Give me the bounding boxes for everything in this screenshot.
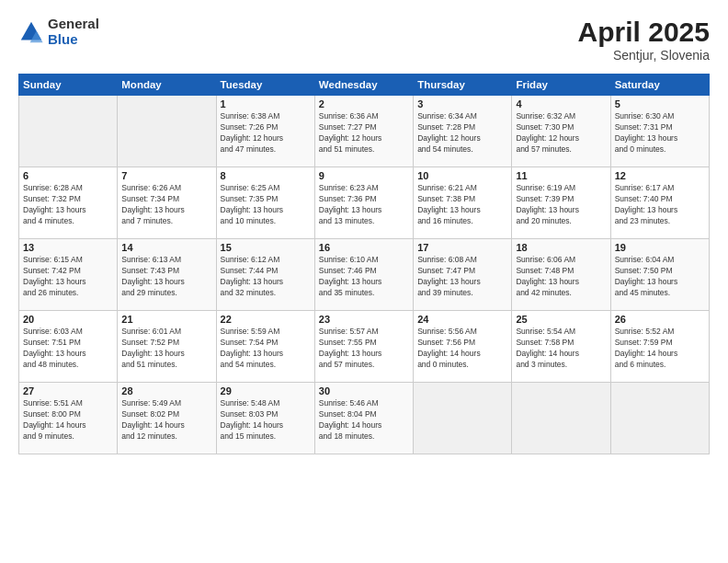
table-row xyxy=(19,96,118,167)
day-info: Sunrise: 5:49 AM Sunset: 8:02 PM Dayligh… xyxy=(121,398,211,442)
table-row xyxy=(414,383,512,454)
table-row: 5Sunrise: 6:30 AM Sunset: 7:31 PM Daylig… xyxy=(610,96,709,167)
table-row: 21Sunrise: 6:01 AM Sunset: 7:52 PM Dayli… xyxy=(118,311,216,383)
table-row: 25Sunrise: 5:54 AM Sunset: 7:58 PM Dayli… xyxy=(512,311,610,383)
day-number: 1 xyxy=(221,98,311,109)
calendar-week-row: 27Sunrise: 5:51 AM Sunset: 8:00 PM Dayli… xyxy=(19,383,710,454)
logo-text: General Blue xyxy=(48,17,99,47)
table-row: 17Sunrise: 6:08 AM Sunset: 7:47 PM Dayli… xyxy=(414,239,512,311)
table-row: 29Sunrise: 5:48 AM Sunset: 8:03 PM Dayli… xyxy=(216,383,314,454)
table-row: 16Sunrise: 6:10 AM Sunset: 7:46 PM Dayli… xyxy=(314,239,413,311)
day-info: Sunrise: 6:21 AM Sunset: 7:38 PM Dayligh… xyxy=(417,183,507,227)
table-row: 11Sunrise: 6:19 AM Sunset: 7:39 PM Dayli… xyxy=(512,167,610,239)
calendar-week-row: 1Sunrise: 6:38 AM Sunset: 7:26 PM Daylig… xyxy=(19,96,710,167)
table-row: 7Sunrise: 6:26 AM Sunset: 7:34 PM Daylig… xyxy=(118,167,216,239)
day-info: Sunrise: 6:10 AM Sunset: 7:46 PM Dayligh… xyxy=(319,255,409,299)
title-block: April 2025 Sentjur, Slovenia xyxy=(578,17,710,63)
day-number: 20 xyxy=(23,314,113,325)
day-number: 13 xyxy=(23,242,113,253)
day-info: Sunrise: 6:17 AM Sunset: 7:40 PM Dayligh… xyxy=(615,183,705,227)
day-info: Sunrise: 6:23 AM Sunset: 7:36 PM Dayligh… xyxy=(319,183,409,227)
table-row: 24Sunrise: 5:56 AM Sunset: 7:56 PM Dayli… xyxy=(414,311,512,383)
logo: General Blue xyxy=(18,17,99,47)
table-row: 1Sunrise: 6:38 AM Sunset: 7:26 PM Daylig… xyxy=(216,96,314,167)
day-info: Sunrise: 6:01 AM Sunset: 7:52 PM Dayligh… xyxy=(121,327,211,371)
day-info: Sunrise: 6:38 AM Sunset: 7:26 PM Dayligh… xyxy=(221,111,311,155)
table-row: 15Sunrise: 6:12 AM Sunset: 7:44 PM Dayli… xyxy=(216,239,314,311)
day-number: 3 xyxy=(417,98,507,109)
day-number: 19 xyxy=(615,242,705,253)
day-number: 7 xyxy=(121,170,211,181)
day-info: Sunrise: 5:51 AM Sunset: 8:00 PM Dayligh… xyxy=(23,398,113,442)
day-number: 10 xyxy=(417,170,507,181)
logo-blue-text: Blue xyxy=(48,32,99,48)
calendar-week-row: 20Sunrise: 6:03 AM Sunset: 7:51 PM Dayli… xyxy=(19,311,710,383)
day-number: 25 xyxy=(516,314,606,325)
day-number: 21 xyxy=(121,314,211,325)
table-row: 4Sunrise: 6:32 AM Sunset: 7:30 PM Daylig… xyxy=(512,96,610,167)
day-number: 9 xyxy=(319,170,409,181)
day-info: Sunrise: 5:57 AM Sunset: 7:55 PM Dayligh… xyxy=(319,327,409,371)
col-friday: Friday xyxy=(512,75,610,96)
day-number: 15 xyxy=(221,242,311,253)
day-info: Sunrise: 6:06 AM Sunset: 7:48 PM Dayligh… xyxy=(516,255,606,299)
day-info: Sunrise: 5:56 AM Sunset: 7:56 PM Dayligh… xyxy=(417,327,507,371)
day-info: Sunrise: 5:46 AM Sunset: 8:04 PM Dayligh… xyxy=(319,398,409,442)
col-monday: Monday xyxy=(118,75,216,96)
table-row xyxy=(512,383,610,454)
day-number: 18 xyxy=(516,242,606,253)
day-number: 26 xyxy=(615,314,705,325)
table-row xyxy=(118,96,216,167)
day-info: Sunrise: 6:34 AM Sunset: 7:28 PM Dayligh… xyxy=(417,111,507,155)
table-row: 13Sunrise: 6:15 AM Sunset: 7:42 PM Dayli… xyxy=(19,239,118,311)
day-info: Sunrise: 5:54 AM Sunset: 7:58 PM Dayligh… xyxy=(516,327,606,371)
table-row xyxy=(610,383,709,454)
table-row: 18Sunrise: 6:06 AM Sunset: 7:48 PM Dayli… xyxy=(512,239,610,311)
day-number: 8 xyxy=(221,170,311,181)
day-info: Sunrise: 6:30 AM Sunset: 7:31 PM Dayligh… xyxy=(615,111,705,155)
calendar-week-row: 6Sunrise: 6:28 AM Sunset: 7:32 PM Daylig… xyxy=(19,167,710,239)
table-row: 6Sunrise: 6:28 AM Sunset: 7:32 PM Daylig… xyxy=(19,167,118,239)
table-row: 20Sunrise: 6:03 AM Sunset: 7:51 PM Dayli… xyxy=(19,311,118,383)
table-row: 10Sunrise: 6:21 AM Sunset: 7:38 PM Dayli… xyxy=(414,167,512,239)
day-number: 27 xyxy=(23,385,113,396)
day-number: 11 xyxy=(516,170,606,181)
table-row: 23Sunrise: 5:57 AM Sunset: 7:55 PM Dayli… xyxy=(314,311,413,383)
table-row: 8Sunrise: 6:25 AM Sunset: 7:35 PM Daylig… xyxy=(216,167,314,239)
day-info: Sunrise: 5:48 AM Sunset: 8:03 PM Dayligh… xyxy=(221,398,311,442)
calendar-table: Sunday Monday Tuesday Wednesday Thursday… xyxy=(18,74,710,454)
day-number: 24 xyxy=(417,314,507,325)
table-row: 26Sunrise: 5:52 AM Sunset: 7:59 PM Dayli… xyxy=(610,311,709,383)
day-info: Sunrise: 6:28 AM Sunset: 7:32 PM Dayligh… xyxy=(23,183,113,227)
table-row: 9Sunrise: 6:23 AM Sunset: 7:36 PM Daylig… xyxy=(314,167,413,239)
day-number: 29 xyxy=(221,385,311,396)
day-number: 14 xyxy=(121,242,211,253)
day-info: Sunrise: 6:03 AM Sunset: 7:51 PM Dayligh… xyxy=(23,327,113,371)
title-location: Sentjur, Slovenia xyxy=(578,48,710,63)
day-info: Sunrise: 6:36 AM Sunset: 7:27 PM Dayligh… xyxy=(319,111,409,155)
table-row: 27Sunrise: 5:51 AM Sunset: 8:00 PM Dayli… xyxy=(19,383,118,454)
day-info: Sunrise: 6:04 AM Sunset: 7:50 PM Dayligh… xyxy=(615,255,705,299)
day-info: Sunrise: 6:08 AM Sunset: 7:47 PM Dayligh… xyxy=(417,255,507,299)
day-number: 16 xyxy=(319,242,409,253)
day-info: Sunrise: 6:19 AM Sunset: 7:39 PM Dayligh… xyxy=(516,183,606,227)
table-row: 19Sunrise: 6:04 AM Sunset: 7:50 PM Dayli… xyxy=(610,239,709,311)
day-number: 28 xyxy=(121,385,211,396)
table-row: 22Sunrise: 5:59 AM Sunset: 7:54 PM Dayli… xyxy=(216,311,314,383)
table-row: 2Sunrise: 6:36 AM Sunset: 7:27 PM Daylig… xyxy=(314,96,413,167)
day-info: Sunrise: 6:15 AM Sunset: 7:42 PM Dayligh… xyxy=(23,255,113,299)
day-number: 23 xyxy=(319,314,409,325)
day-info: Sunrise: 6:13 AM Sunset: 7:43 PM Dayligh… xyxy=(121,255,211,299)
day-number: 4 xyxy=(516,98,606,109)
table-row: 3Sunrise: 6:34 AM Sunset: 7:28 PM Daylig… xyxy=(414,96,512,167)
day-info: Sunrise: 6:26 AM Sunset: 7:34 PM Dayligh… xyxy=(121,183,211,227)
col-saturday: Saturday xyxy=(610,75,709,96)
day-info: Sunrise: 6:25 AM Sunset: 7:35 PM Dayligh… xyxy=(221,183,311,227)
title-month: April 2025 xyxy=(578,17,710,48)
day-number: 17 xyxy=(417,242,507,253)
day-info: Sunrise: 5:59 AM Sunset: 7:54 PM Dayligh… xyxy=(221,327,311,371)
day-number: 6 xyxy=(23,170,113,181)
table-row: 12Sunrise: 6:17 AM Sunset: 7:40 PM Dayli… xyxy=(610,167,709,239)
logo-general-text: General xyxy=(48,17,99,32)
col-wednesday: Wednesday xyxy=(314,75,413,96)
